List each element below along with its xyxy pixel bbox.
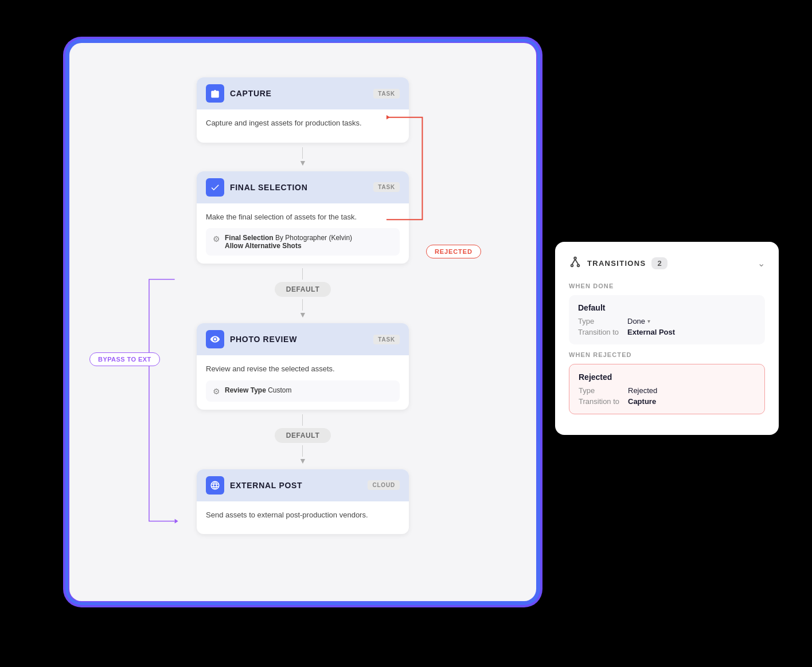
final-selection-detail-suffix: By Photographer (Kelvin) <box>274 234 352 242</box>
rejected-transition-item: Rejected Type Rejected Transition to Cap… <box>569 364 765 414</box>
final-selection-badge: TASK <box>373 182 400 192</box>
capture-card: CAPTURE TASK Capture and ingest assets f… <box>197 77 409 143</box>
rejected-transition-name: Rejected <box>579 372 755 382</box>
bypass-label: BYPASS TO EXT <box>89 352 160 366</box>
transitions-icon <box>569 256 581 271</box>
rejected-transition-row: Transition to Capture <box>579 397 755 406</box>
rejected-transition-value: Capture <box>628 397 656 406</box>
svg-marker-1 <box>175 519 178 523</box>
connector-arrow-2: ▼ <box>299 311 307 319</box>
chevron-down-icon[interactable]: ⌄ <box>758 258 765 269</box>
final-selection-body: Make the final selection of assets for t… <box>197 203 409 264</box>
done-type-value[interactable]: Done ▾ <box>627 317 650 325</box>
transitions-title: TRANSITIONS <box>587 259 646 268</box>
final-selection-detail: ⚙ Final Selection By Photographer (Kelvi… <box>206 228 400 256</box>
external-post-icon <box>206 476 224 495</box>
capture-title: CAPTURE <box>230 89 272 98</box>
connector-line-2 <box>302 268 303 280</box>
done-transition-value: External Post <box>627 328 675 336</box>
connector-line-3b <box>302 445 303 457</box>
external-post-header: EXTERNAL POST CLOUD <box>197 469 409 501</box>
photo-review-detail: ⚙ Review Type Custom <box>206 380 400 402</box>
photo-review-title: PHOTO REVIEW <box>230 335 297 344</box>
default-badge-1: DEFAULT <box>275 282 331 297</box>
transitions-count: 2 <box>651 257 667 269</box>
done-transition-row: Transition to External Post <box>578 328 756 336</box>
capture-icon <box>206 84 224 103</box>
capture-description: Capture and ingest assets for production… <box>206 117 400 129</box>
connector-arrow-1: ▼ <box>299 159 307 167</box>
connector-line-2b <box>302 299 303 311</box>
default-badge-2: DEFAULT <box>275 428 331 443</box>
dropdown-arrow-icon: ▾ <box>647 318 650 324</box>
svg-point-2 <box>571 265 573 267</box>
final-selection-detail-text: Final Selection By Photographer (Kelvin)… <box>225 234 352 250</box>
svg-line-6 <box>575 259 579 264</box>
done-type-row: Type Done ▾ <box>578 317 756 325</box>
done-transition-item: Default Type Done ▾ Transition to Extern… <box>569 295 765 344</box>
capture-card-header: CAPTURE TASK <box>197 77 409 109</box>
transitions-header: TRANSITIONS 2 ⌄ <box>569 256 765 271</box>
photo-review-detail-text: Review Type Custom <box>225 386 292 394</box>
photo-review-detail-suffix: Custom <box>266 386 292 394</box>
svg-line-5 <box>572 259 576 264</box>
final-selection-detail-extra: Allow Alternative Shots <box>225 242 302 250</box>
when-rejected-label: WHEN REJECTED <box>569 351 765 358</box>
external-post-title: EXTERNAL POST <box>230 481 302 490</box>
final-selection-card: FINAL SELECTION TASK Make the final sele… <box>197 171 409 264</box>
rejected-type-label: Type <box>579 386 624 395</box>
photo-review-description: Review and revise the selected assets. <box>206 363 400 375</box>
final-selection-header: FINAL SELECTION TASK <box>197 171 409 203</box>
connector-3: DEFAULT ▼ <box>275 414 331 465</box>
external-post-body: Send assets to external post-production … <box>197 501 409 535</box>
connector-2: DEFAULT ▼ <box>275 268 331 319</box>
rejected-label: REJECTED <box>426 245 481 258</box>
final-selection-detail-label: Final Selection <box>225 234 274 242</box>
final-selection-icon <box>206 178 224 197</box>
connector-1: ▼ <box>299 147 307 167</box>
photo-review-icon <box>206 330 224 348</box>
photo-review-badge: TASK <box>373 335 400 344</box>
rejected-type-row: Type Rejected <box>579 386 755 395</box>
photo-review-card: PHOTO REVIEW TASK Review and revise the … <box>197 323 409 410</box>
final-selection-detail-icon: ⚙ <box>213 234 220 244</box>
capture-body: Capture and ingest assets for production… <box>197 109 409 143</box>
final-selection-description: Make the final selection of assets for t… <box>206 211 400 223</box>
svg-point-3 <box>577 265 580 267</box>
when-done-label: WHEN DONE <box>569 283 765 289</box>
svg-point-4 <box>574 257 576 260</box>
done-transition-name: Default <box>578 303 756 312</box>
workflow-card: BYPASS TO EXT REJECTED CAPTURE TASK Capt… <box>68 41 538 603</box>
rejected-type-value: Rejected <box>628 386 657 395</box>
photo-review-body: Review and revise the selected assets. ⚙… <box>197 355 409 410</box>
connector-line-3 <box>302 414 303 426</box>
connector-arrow-3: ▼ <box>299 457 307 465</box>
photo-review-header: PHOTO REVIEW TASK <box>197 323 409 355</box>
transitions-panel: TRANSITIONS 2 ⌄ WHEN DONE Default Type D… <box>555 242 779 435</box>
done-transition-label: Transition to <box>578 328 624 336</box>
final-selection-title: FINAL SELECTION <box>230 183 307 192</box>
rejected-transition-label: Transition to <box>579 397 624 406</box>
photo-review-detail-icon: ⚙ <box>213 387 220 396</box>
external-post-card: EXTERNAL POST CLOUD Send assets to exter… <box>197 469 409 535</box>
external-post-badge: CLOUD <box>368 480 400 490</box>
connector-line-1 <box>302 147 303 159</box>
photo-review-detail-label: Review Type <box>225 386 266 394</box>
external-post-description: Send assets to external post-production … <box>206 509 400 521</box>
transitions-title-group: TRANSITIONS 2 <box>569 256 667 271</box>
capture-badge: TASK <box>373 89 400 99</box>
outer-container: BYPASS TO EXT REJECTED CAPTURE TASK Capt… <box>33 30 779 637</box>
done-type-label: Type <box>578 317 624 325</box>
